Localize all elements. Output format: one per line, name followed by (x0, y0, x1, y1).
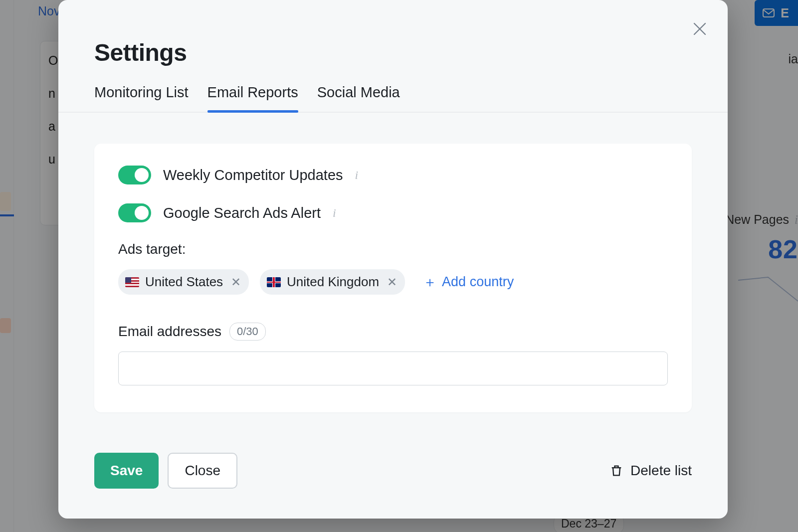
info-icon[interactable]: i (355, 169, 359, 182)
close-button[interactable]: Close (168, 453, 237, 489)
save-button[interactable]: Save (94, 453, 159, 489)
toggle-row-weekly-updates: Weekly Competitor Updates i (118, 166, 668, 184)
ads-alert-label: Google Search Ads Alert (163, 205, 321, 221)
ads-target-countries: United States ✕ United Kingdom ✕ ＋ Add c… (118, 269, 668, 295)
ads-target-label: Ads target: (118, 241, 668, 257)
toggle-knob (135, 206, 149, 220)
country-chip-label: United Kingdom (287, 274, 379, 290)
tab-monitoring-list[interactable]: Monitoring List (94, 84, 189, 112)
delete-list-button[interactable]: Delete list (609, 463, 692, 479)
country-chip-united-kingdom: United Kingdom ✕ (260, 269, 405, 295)
remove-country-button[interactable]: ✕ (385, 275, 397, 289)
close-icon (691, 20, 708, 37)
settings-modal: Settings Monitoring List Email Reports S… (58, 0, 728, 519)
email-addresses-input[interactable] (118, 352, 668, 385)
add-country-button[interactable]: ＋ Add country (416, 273, 514, 292)
close-modal-button[interactable] (689, 18, 711, 40)
email-addresses-label: Email addresses (118, 324, 221, 340)
flag-uk-icon (267, 277, 281, 287)
ads-alert-toggle[interactable] (118, 203, 151, 222)
email-count-badge: 0/30 (229, 323, 266, 341)
settings-tabs: Monitoring List Email Reports Social Med… (58, 84, 728, 113)
trash-icon (609, 464, 623, 478)
flag-us-icon (125, 277, 139, 287)
weekly-updates-toggle[interactable] (118, 166, 151, 184)
tab-social-media[interactable]: Social Media (317, 84, 400, 112)
tab-email-reports[interactable]: Email Reports (207, 84, 298, 112)
weekly-updates-label: Weekly Competitor Updates (163, 167, 343, 183)
modal-footer: Save Close Delete list (94, 453, 692, 489)
remove-country-button[interactable]: ✕ (229, 275, 241, 289)
plus-icon: ＋ (423, 273, 437, 292)
info-icon[interactable]: i (333, 206, 336, 220)
email-addresses-header: Email addresses 0/30 (118, 323, 668, 341)
country-chip-united-states: United States ✕ (118, 269, 249, 295)
modal-title: Settings (58, 0, 728, 84)
toggle-knob (135, 168, 149, 182)
toggle-row-ads-alert: Google Search Ads Alert i (118, 203, 668, 222)
country-chip-label: United States (145, 274, 223, 290)
add-country-label: Add country (442, 274, 514, 290)
delete-list-label: Delete list (630, 463, 692, 479)
email-reports-panel: Weekly Competitor Updates i Google Searc… (94, 144, 692, 412)
